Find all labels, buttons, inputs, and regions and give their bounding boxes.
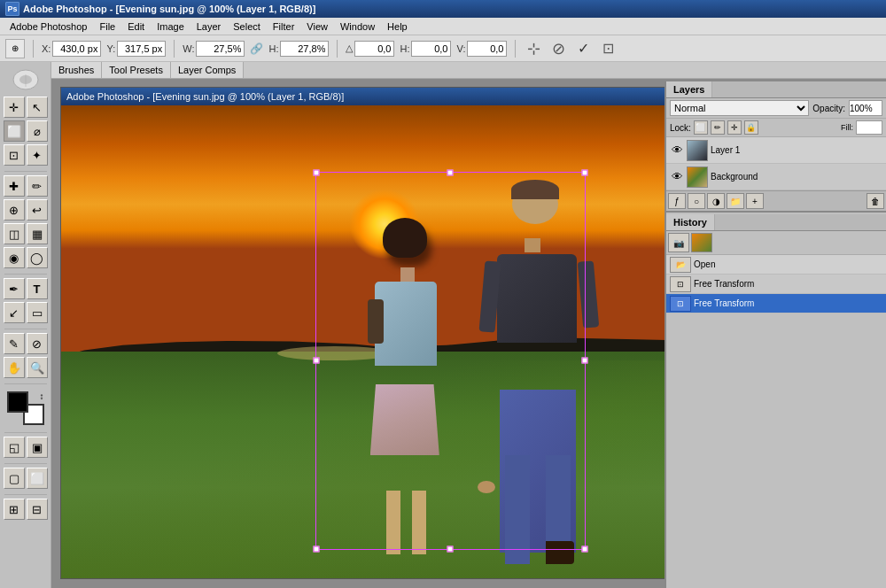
menu-layer[interactable]: Layer [190, 19, 228, 34]
history-item-1[interactable]: 📂 Open [666, 255, 886, 275]
tool-shape[interactable]: ▭ [27, 302, 48, 323]
history-item-2[interactable]: ⊡ Free Transform [666, 275, 886, 294]
tool-blur[interactable]: ◉ [4, 247, 25, 268]
lock-label: Lock: [670, 123, 691, 133]
tool-fullscreen2[interactable]: ⬜ [27, 468, 48, 489]
menu-image[interactable]: Image [151, 19, 190, 34]
title-bar: Ps Adobe Photoshop - [Evening sun.jpg @ … [0, 0, 886, 18]
swap-colors-icon[interactable]: ↕ [40, 391, 44, 401]
apply-transform-button[interactable]: ✓ [573, 39, 593, 58]
tool-jump-imageready[interactable]: ⊞ [4, 499, 25, 520]
clasped-hands [478, 481, 495, 493]
tab-tool-presets[interactable]: Tool Presets [102, 62, 171, 78]
tool-jump2[interactable]: ⊟ [27, 499, 48, 520]
tool-lasso[interactable]: ⌀ [27, 120, 48, 142]
woman-right-leg [412, 491, 426, 554]
canvas-title: Adobe Photoshop - [Evening sun.jpg @ 100… [66, 91, 344, 102]
menu-filter[interactable]: Filter [267, 19, 300, 34]
tool-healing[interactable]: ✚ [4, 175, 25, 197]
transform-tool-icon[interactable]: ⊕ [5, 39, 25, 58]
layer-thumb-2 [687, 166, 708, 188]
opacity-input[interactable] [849, 100, 882, 116]
tool-row-pen: ✒ T [4, 278, 48, 299]
color-swatch-area: ↕ [7, 391, 44, 425]
tool-path-select[interactable]: ↙ [4, 302, 25, 323]
tab-brushes[interactable]: Brushes [51, 62, 102, 78]
lock-position-btn[interactable]: ✛ [727, 120, 742, 135]
layer-eye-1[interactable]: 👁 [670, 143, 684, 158]
main-area: ✛ ↖ ⬜ ⌀ ⊡ ✦ ✚ ✏ ⊕ ↩ ◫ ▦ ◉ ◯ ✒ [0, 62, 886, 588]
history-action-2: Free Transform [694, 279, 754, 289]
history-snapshot-icon[interactable]: 📷 [668, 233, 689, 252]
tool-quick-mask[interactable]: ◱ [4, 437, 25, 458]
menu-help[interactable]: Help [381, 19, 414, 34]
tool-fullscreen[interactable]: ▢ [4, 468, 25, 489]
layer-name-2: Background [711, 172, 758, 182]
add-group-btn[interactable]: 📁 [727, 193, 744, 209]
add-mask-btn[interactable]: ○ [688, 193, 705, 209]
h-skew-label: H: [400, 43, 409, 54]
tool-magic-wand[interactable]: ✦ [27, 144, 48, 166]
v-skew-input[interactable] [467, 41, 507, 57]
menu-window[interactable]: Window [334, 19, 381, 34]
tool-brush[interactable]: ✏ [27, 175, 48, 197]
w-input[interactable] [196, 41, 245, 57]
tool-row-stamp: ⊕ ↩ [4, 199, 48, 220]
tool-move[interactable]: ✛ [4, 97, 25, 118]
add-layer-style-btn[interactable]: ƒ [668, 193, 686, 209]
tool-text[interactable]: T [27, 278, 48, 299]
woman-left-leg [386, 491, 400, 554]
blend-mode-select[interactable]: Normal [670, 100, 809, 116]
tool-crop[interactable]: ⊡ [4, 144, 25, 166]
layer-eye-2[interactable]: 👁 [670, 170, 684, 184]
layer-thumb-1 [687, 140, 708, 161]
w-label: W: [183, 43, 194, 54]
tool-row-mode: ◱ ▣ [4, 437, 48, 458]
foreground-color-swatch[interactable] [7, 391, 28, 413]
history-panel-tabs: History [666, 214, 886, 231]
warp-transform-icon[interactable]: ⊡ [598, 39, 618, 58]
tab-history[interactable]: History [666, 214, 715, 230]
tool-pen[interactable]: ✒ [4, 278, 25, 299]
history-item-3[interactable]: ⊡ Free Transform [666, 294, 886, 313]
opacity-label: Opacity: [812, 104, 845, 113]
tool-gradient[interactable]: ▦ [27, 223, 48, 244]
v-skew-field: V: [456, 41, 507, 57]
fill-input[interactable] [856, 120, 882, 135]
menu-photoshop[interactable]: Adobe Photoshop [4, 19, 93, 34]
cancel-transform-icon[interactable]: ⊘ [548, 39, 568, 58]
transform-reference-icon[interactable]: ⊹ [524, 39, 543, 58]
lock-transparent-btn[interactable]: ⬜ [694, 120, 708, 135]
history-icon-2: ⊡ [670, 276, 691, 292]
tool-standard-mode[interactable]: ▣ [27, 437, 48, 458]
tool-zoom[interactable]: 🔍 [27, 357, 48, 378]
add-adjustment-btn[interactable]: ◑ [707, 193, 725, 209]
tool-eraser[interactable]: ◫ [4, 223, 25, 244]
y-input[interactable] [117, 41, 166, 57]
h-input[interactable] [280, 41, 329, 57]
menu-select[interactable]: Select [227, 19, 267, 34]
add-layer-btn[interactable]: + [746, 193, 764, 209]
lock-image-btn[interactable]: ✏ [711, 120, 725, 135]
tool-clone[interactable]: ⊕ [4, 199, 25, 220]
menu-edit[interactable]: Edit [121, 19, 151, 34]
angle-input[interactable] [354, 41, 394, 57]
tool-rectangular-marquee[interactable]: ⬜ [4, 120, 25, 142]
menu-view[interactable]: View [300, 19, 334, 34]
tool-hand[interactable]: ✋ [4, 357, 25, 378]
tool-history-brush[interactable]: ↩ [27, 199, 48, 220]
man-shirt [497, 254, 577, 343]
tab-layer-comps[interactable]: Layer Comps [171, 62, 244, 78]
tool-arrow[interactable]: ↖ [27, 97, 48, 118]
x-input[interactable] [52, 41, 101, 57]
canvas-area: Brushes Tool Presets Layer Comps Adobe P… [51, 62, 886, 588]
delete-layer-btn[interactable]: 🗑 [867, 193, 884, 209]
lock-all-btn[interactable]: 🔒 [744, 120, 758, 135]
tool-eyedropper[interactable]: ⊘ [27, 333, 48, 354]
h-skew-input[interactable] [411, 41, 451, 57]
tab-layers[interactable]: Layers [666, 81, 712, 97]
tool-notes[interactable]: ✎ [4, 333, 25, 354]
menu-file[interactable]: File [93, 19, 121, 34]
tool-dodge[interactable]: ◯ [27, 247, 48, 268]
link-proportions-icon[interactable]: 🔗 [250, 43, 263, 55]
